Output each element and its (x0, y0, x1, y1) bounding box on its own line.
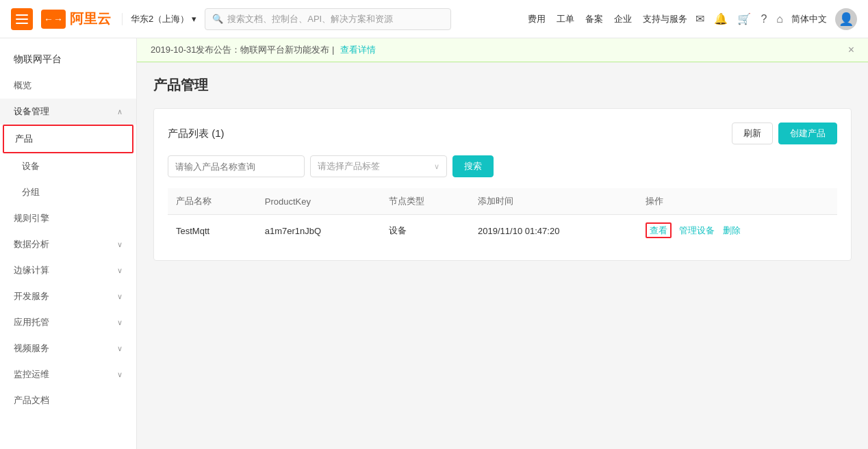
card-header: 产品列表 (1) 刷新 创建产品 (168, 123, 837, 144)
sidebar-item-overview-label: 概览 (14, 79, 31, 92)
col-product-key: ProductKey (257, 188, 381, 215)
logo-text: 阿里云 (70, 10, 111, 28)
sidebar-item-group[interactable]: 分组 (0, 179, 136, 205)
col-product-name: 产品名称 (168, 188, 257, 215)
card-actions: 刷新 创建产品 (732, 123, 837, 144)
page-title: 产品管理 (153, 76, 852, 94)
sidebar-item-dev-service-label: 开发服务 (14, 290, 49, 303)
table-header: 产品名称 ProductKey 节点类型 添加时间 操作 (168, 188, 837, 215)
table-body: TestMqtt a1m7er1nJbQ 设备 2019/11/10 01:47… (168, 215, 837, 247)
product-tag-select[interactable]: 请选择产品标签 ∨ (310, 155, 447, 177)
sidebar-item-group-label: 分组 (22, 186, 40, 198)
chevron-down-monitor-icon: ∨ (117, 370, 123, 379)
search-icon: 🔍 (212, 14, 223, 24)
sidebar-item-video[interactable]: 视频服务 ∨ (0, 335, 136, 361)
delete-action-link[interactable]: 删除 (723, 225, 741, 235)
sidebar-item-monitor-label: 监控运维 (14, 368, 49, 381)
sidebar-item-dev-service[interactable]: 开发服务 ∨ (0, 283, 136, 309)
announcement-link[interactable]: 查看详情 (340, 44, 376, 56)
sidebar-item-rules[interactable]: 规则引擎 (0, 205, 136, 231)
page-content: 产品管理 产品列表 (1) 刷新 创建产品 请选择产品标签 ∨ (137, 62, 868, 274)
help-icon[interactable]: ? (761, 13, 767, 25)
sidebar-item-device[interactable]: 设备 (0, 153, 136, 179)
top-navigation: ←→ 阿里云 华东2（上海） ▾ 🔍 搜索文档、控制台、API、解决方案和资源 … (0, 0, 868, 38)
nav-links: 费用 工单 备案 企业 支持与服务 (528, 13, 687, 25)
main-content: 2019-10-31发布公告：物联网平台新功能发布 | 查看详情 × 产品管理 … (137, 38, 868, 449)
tag-select-caret-icon: ∨ (434, 162, 439, 171)
chevron-up-icon: ∧ (117, 107, 123, 116)
hamburger-menu[interactable] (11, 8, 33, 30)
table-row: TestMqtt a1m7er1nJbQ 设备 2019/11/10 01:47… (168, 215, 837, 247)
cart-icon[interactable]: 🛒 (737, 12, 751, 25)
nav-link-enterprise[interactable]: 企业 (614, 13, 632, 25)
view-action-link[interactable]: 查看 (646, 222, 672, 238)
product-name-input[interactable] (168, 155, 305, 177)
nav-link-support[interactable]: 支持与服务 (643, 13, 687, 25)
sidebar-item-edge-compute[interactable]: 边缘计算 ∨ (0, 257, 136, 283)
search-button[interactable]: 搜索 (452, 155, 494, 177)
nav-icon-group: ✉ 🔔 🛒 ? ⌂ (695, 12, 783, 25)
region-selector[interactable]: 华东2（上海） ▾ (122, 13, 196, 25)
col-node-type: 节点类型 (381, 188, 470, 215)
filter-row: 请选择产品标签 ∨ 搜索 (168, 155, 837, 177)
announcement-banner: 2019-10-31发布公告：物联网平台新功能发布 | 查看详情 × (137, 38, 868, 62)
sidebar-item-monitor[interactable]: 监控运维 ∨ (0, 361, 136, 387)
announcement-close-button[interactable]: × (848, 44, 854, 56)
tag-select-placeholder: 请选择产品标签 (318, 160, 380, 172)
sidebar-item-device-management[interactable]: 设备管理 ∧ (0, 99, 136, 125)
sidebar-item-device-label: 设备 (22, 160, 40, 172)
sidebar-platform-title: 物联网平台 (0, 45, 136, 73)
sidebar-item-rules-label: 规则引擎 (14, 212, 49, 224)
chevron-down-app-icon: ∨ (117, 318, 123, 327)
chevron-down-data-icon: ∨ (117, 240, 123, 249)
nav-link-icp[interactable]: 备案 (585, 13, 603, 25)
sidebar-item-data-analysis-label: 数据分析 (14, 238, 49, 251)
sidebar-item-app-hosting-label: 应用托管 (14, 316, 49, 329)
search-placeholder-text: 搜索文档、控制台、API、解决方案和资源 (227, 13, 393, 25)
sidebar: 物联网平台 概览 设备管理 ∧ 产品 设备 分组 规则引擎 数据分析 ∨ 边缘计… (0, 38, 137, 449)
product-table: 产品名称 ProductKey 节点类型 添加时间 操作 TestMqtt a1… (168, 188, 837, 246)
sidebar-item-video-label: 视频服务 (14, 342, 49, 355)
cell-row-actions: 查看 管理设备 删除 (637, 215, 837, 247)
region-caret-icon: ▾ (192, 14, 196, 24)
nav-link-fees[interactable]: 费用 (528, 13, 546, 25)
sidebar-item-data-analysis[interactable]: 数据分析 ∨ (0, 231, 136, 257)
chevron-down-dev-icon: ∨ (117, 292, 123, 301)
sidebar-item-app-hosting[interactable]: 应用托管 ∨ (0, 309, 136, 335)
logo-icon: ←→ (41, 10, 66, 29)
chevron-down-video-icon: ∨ (117, 344, 123, 353)
col-actions: 操作 (637, 188, 837, 215)
card-title: 产品列表 (1) (168, 127, 225, 140)
product-list-card: 产品列表 (1) 刷新 创建产品 请选择产品标签 ∨ 搜索 (153, 108, 852, 261)
sidebar-item-overview[interactable]: 概览 (0, 73, 136, 99)
region-label: 华东2（上海） (131, 13, 189, 25)
main-layout: 物联网平台 概览 设备管理 ∧ 产品 设备 分组 规则引擎 数据分析 ∨ 边缘计… (0, 38, 868, 449)
notification-icon[interactable]: 🔔 (714, 12, 728, 25)
sidebar-item-product[interactable]: 产品 (3, 125, 133, 153)
manage-devices-action-link[interactable]: 管理设备 (679, 225, 715, 235)
logo: ←→ 阿里云 (41, 10, 111, 29)
language-selector[interactable]: 简体中文 (791, 13, 827, 25)
global-search[interactable]: 🔍 搜索文档、控制台、API、解决方案和资源 (205, 8, 451, 30)
announcement-text: 2019-10-31发布公告：物联网平台新功能发布 | (151, 44, 335, 56)
col-add-time: 添加时间 (470, 188, 637, 215)
mail-icon[interactable]: ✉ (695, 12, 704, 25)
nav-link-tickets[interactable]: 工单 (557, 13, 574, 25)
sidebar-item-docs-label: 产品文档 (14, 394, 49, 407)
cell-node-type: 设备 (381, 215, 470, 247)
cell-add-time: 2019/11/10 01:47:20 (470, 215, 637, 247)
refresh-button[interactable]: 刷新 (732, 123, 773, 144)
sidebar-item-product-label: 产品 (15, 133, 33, 145)
cell-product-key: a1m7er1nJbQ (257, 215, 381, 247)
user-avatar[interactable]: 👤 (835, 8, 857, 30)
sidebar-item-device-management-label: 设备管理 (14, 105, 49, 118)
sidebar-item-docs[interactable]: 产品文档 (0, 387, 136, 413)
create-product-button[interactable]: 创建产品 (778, 123, 837, 144)
cell-product-name: TestMqtt (168, 215, 257, 247)
sidebar-item-edge-compute-label: 边缘计算 (14, 264, 49, 277)
chevron-down-edge-icon: ∨ (117, 266, 123, 275)
home-icon[interactable]: ⌂ (776, 13, 783, 25)
